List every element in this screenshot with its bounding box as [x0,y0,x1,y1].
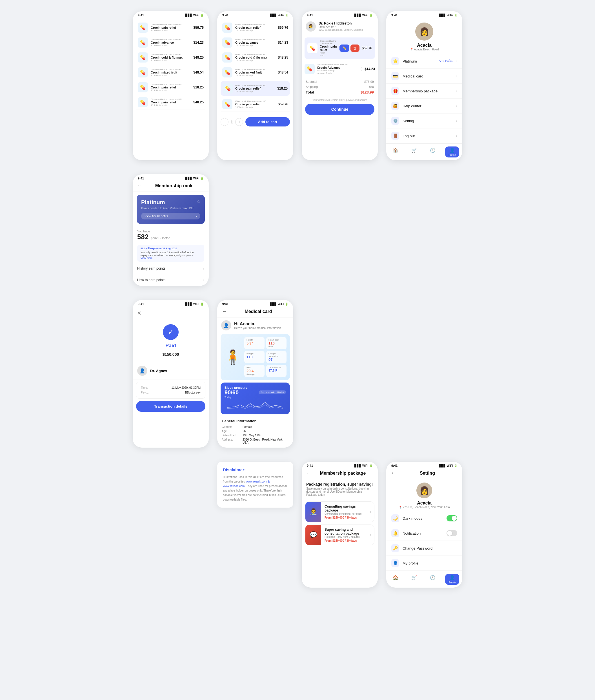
cart-item-3[interactable]: 💊 Glaxo smithkline consumer HC Crocin co… [221,50,290,65]
package-info-2: Super saving and consultation package Ho… [321,525,367,545]
nav-history[interactable]: 🕐 [427,146,439,157]
back-arrow-medical[interactable]: ← [222,309,227,314]
platinum-row[interactable]: ⭐ Platinum 582 Điểm › [386,54,462,69]
help-center-icon: 🙋 [391,102,399,110]
membership-title: Membership rank [143,183,204,188]
membership-rank-phone: 9:41 ▊▊▊WiFi🔋 ← Membership rank ☆ Platin… [133,174,209,286]
order-summary-phone: 9:41 ▊▊▊WiFi🔋 👩‍⚕️ Dr. Roxie Hiddleston … [302,11,378,160]
setting-header: ← Setting [386,468,462,479]
order-totals: Subtotal $73.99 Shipping $50 Total $123.… [302,77,378,97]
status-bar-order: 9:41 ▊▊▊WiFi🔋 [302,11,378,18]
close-button[interactable]: ✕ [133,307,209,320]
view-benefits-button[interactable]: View tier benefits › [141,213,200,220]
star-icon: ☆ [196,199,201,205]
medicine-item-2[interactable]: 💊 Glaxo smithkline consumer HC Crocin ad… [136,35,205,50]
setting-nav-cart[interactable]: 🛒 [408,574,420,585]
setting-row[interactable]: ⚙️ Setting › [386,114,462,128]
change-password-icon: 🔑 [391,544,399,552]
setting-nav-history[interactable]: 🕐 [427,574,439,585]
how-earn-label: How to earn points [137,278,165,282]
dark-mode-row[interactable]: 🌙 Dark modes [386,511,462,526]
payment-success-section: ✓ Paid $150.000 [133,320,209,362]
paid-label: Paid [137,343,204,349]
cart-item-highlighted[interactable]: 💊 Glaxo smithkline consumer HC Crocin pa… [221,81,290,96]
cart-list: 💊 Glaxo smithkline consumer HC Crocin pa… [217,18,293,114]
qty-display: 1 [231,120,233,124]
how-earn-row[interactable]: How to earn points › [133,274,209,286]
history-earn-row[interactable]: History earn points › [133,263,209,274]
medical-card-row[interactable]: 💳 Medical card › [386,69,462,84]
medicine-icon-4: 💊 [138,67,148,78]
heartbeat-stat: Heart beat 110 bpm [266,337,286,349]
package-img-1: 👨‍⚕️ [305,502,321,522]
package-main-title: Package registration, super saving! [306,482,373,487]
dark-mode-label: Dark modes [403,516,443,521]
medicine-item-5[interactable]: 💊 Glaxo smithkline consumer HC Crocin pa… [136,80,205,95]
cart-item-2[interactable]: 💊 Glaxo smithkline consumer HC Crocin ad… [221,35,290,50]
detail-time: Time: 11 May 2020, 01:32PM [141,385,201,390]
doctor-avatar-order: 👩‍⚕️ [306,21,316,32]
medical-header: ← Medical card [217,307,293,318]
package-card-1[interactable]: 👨‍⚕️ Consulting savings package Comforta… [305,501,374,522]
edit-delete-actions: ✏️ 🗑 [339,45,360,52]
view-more-link[interactable]: View more [141,257,201,259]
status-bar-setting: 9:41 ▊▊▊WiFi🔋 [386,462,462,468]
more-options-icon[interactable]: ⋮ [359,66,363,71]
cart-item-6[interactable]: 💊 Glaxo smithkline consumer HC Crocin pa… [221,97,290,112]
logout-row[interactable]: 🚪 Log out › [386,128,462,143]
you-have-text: You have [137,230,204,233]
package-header: Package registration, super saving! Save… [302,479,378,499]
qty-increase[interactable]: + [235,118,243,126]
status-bar-cart: 9:41 ▊▊▊WiFi🔋 [217,11,293,18]
membership-pkg-row[interactable]: 🎁 Membership package › [386,84,462,98]
membership-card: ☆ Platinum Points needed to keep Platinu… [137,195,205,224]
membership-pkg-icon: 🎁 [391,87,399,95]
success-icon: ✓ [163,324,179,340]
notification-row[interactable]: 🔔 Notification [386,526,462,541]
bp-chart [225,400,286,410]
change-password-label: Change Password [403,546,457,550]
medicine-item-1[interactable]: 💊 Glaxo smithkline consumer HC Crocin pa… [136,20,205,35]
my-profile-row[interactable]: 👤 My profile [386,556,462,571]
setting-nav-profile[interactable]: 👤 Profile [445,574,459,585]
cart-item-4[interactable]: 💊 Glaxo smithkline consumer HC Crocin mi… [221,65,290,80]
help-center-row[interactable]: 🙋 Help center › [386,98,462,114]
package-info-1: Consulting savings package Comfortable c… [321,502,367,522]
platinum-icon: ⭐ [391,57,399,65]
blood-pressure-card: Blood pressure 90/60 Today Recommended 1… [221,382,290,414]
notification-toggle[interactable] [447,530,457,536]
add-to-cart-button[interactable]: Add to cart [245,117,290,126]
notification-label: Notification [403,531,443,535]
privacy-note: Your details will remain 100% private an… [302,98,378,101]
order-item-2[interactable]: 💊 Glaxo smithkline consumer HC Crocin Ad… [302,61,378,77]
hi-sub: Here's your basic medical information [234,326,281,329]
change-password-row[interactable]: 🔑 Change Password [386,541,462,556]
medicine-icon-5: 💊 [138,82,148,92]
nav-home[interactable]: 🏠 [389,146,402,157]
transaction-button[interactable]: Transaction details [136,401,205,412]
medicine-item-4[interactable]: 💊 Glaxo smithkline consumer HC Crocin mi… [136,65,205,80]
medical-title: Medical card [228,309,289,314]
back-arrow[interactable]: ← [137,183,142,189]
package-card-2[interactable]: 💬 Super saving and consultation package … [305,525,374,545]
hi-name: Hi Acacia, [234,321,281,326]
medicine-item-3[interactable]: 💊 Glaxo smithkline consumer HC Crocin co… [136,50,205,65]
membership-package-phone: 9:41 ▊▊▊WiFi🔋 ← Membership package Packa… [302,462,378,588]
continue-button[interactable]: Continue [305,104,374,115]
disclaimer-title: Disclaimer: [223,467,288,472]
back-arrow-pkg[interactable]: ← [306,470,311,476]
order-item-1-highlighted[interactable]: 💊 Glaxo smithkline consumer HC Crocin pa… [305,37,375,59]
oxygen-stat: Oxygen saturation 97 [266,351,286,363]
nav-cart[interactable]: 🛒 [408,146,420,157]
dark-mode-toggle[interactable] [447,515,457,521]
qty-decrease[interactable]: − [221,118,228,126]
nav-profile[interactable]: 👤 Profile [445,146,459,157]
detail-pay: Pay...: BDoctor pay [141,390,201,395]
edit-button[interactable]: ✏️ [339,45,349,52]
delete-button[interactable]: 🗑 [350,45,360,52]
back-arrow-setting[interactable]: ← [391,470,396,476]
medicine-list-content: 💊 Glaxo smithkline consumer HC Crocin pa… [133,18,209,112]
cart-item-1[interactable]: 💊 Glaxo smithkline consumer HC Crocin pa… [221,20,290,35]
setting-nav-home[interactable]: 🏠 [389,574,402,585]
medicine-item-6[interactable]: 💊 Glaxo smithkline consumer HC Crocin pa… [136,95,205,110]
